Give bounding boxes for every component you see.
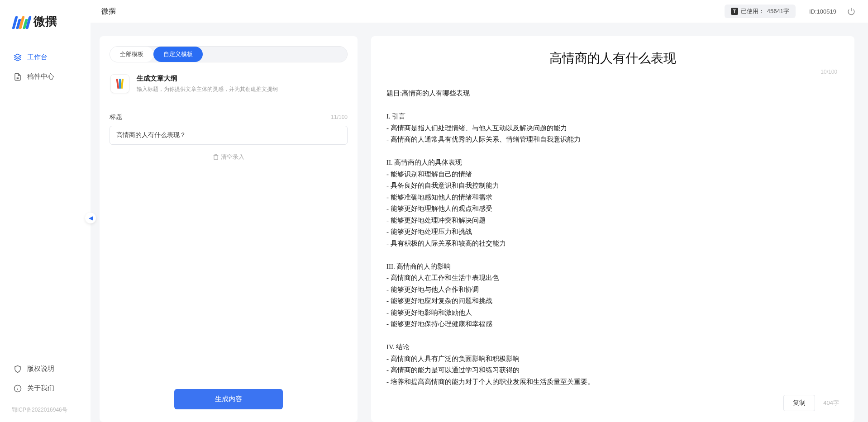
template-card: 生成文章大纲 输入标题，为你提供文章主体的灵感，并为其创建推文提纲 <box>110 71 348 101</box>
document-icon <box>14 73 22 81</box>
nav-item-about[interactable]: 关于我们 <box>5 379 86 398</box>
usage-value: 45641字 <box>767 7 789 15</box>
article-title: 高情商的人有什么表现 <box>386 50 839 67</box>
template-tabs: 全部模板 自定义模板 <box>110 46 348 62</box>
tab-custom-templates[interactable]: 自定义模板 <box>153 47 203 62</box>
nav-item-label: 工作台 <box>27 53 48 62</box>
trash-icon <box>213 154 219 160</box>
title-field-label: 标题 <box>110 113 122 121</box>
tab-all-templates[interactable]: 全部模板 <box>110 47 153 62</box>
nav: 工作台 稿件中心 <box>0 47 91 359</box>
t-icon: T <box>731 8 738 15</box>
sidebar: 微撰 工作台 稿件中心 版权说明 <box>0 0 91 422</box>
article-body[interactable]: 题目:高情商的人有哪些表现 I. 引言 - 高情商是指人们处理情绪、与他人互动以… <box>386 88 839 388</box>
nav-item-label: 关于我们 <box>27 384 54 393</box>
page-title: 微撰 <box>101 7 116 16</box>
output-footer: 复制 404字 <box>386 388 839 411</box>
logo: 微撰 <box>0 14 91 47</box>
template-desc: 输入标题，为你提供文章主体的灵感，并为其创建推文提纲 <box>137 85 278 93</box>
clear-label: 清空录入 <box>221 153 244 161</box>
nav-item-copyright[interactable]: 版权说明 <box>5 359 86 379</box>
word-count: 404字 <box>823 399 839 407</box>
title-input[interactable] <box>110 126 348 145</box>
nav-item-workbench[interactable]: 工作台 <box>5 47 86 67</box>
nav-item-drafts[interactable]: 稿件中心 <box>5 67 86 86</box>
icp-text: 鄂ICP备2022016946号 <box>0 403 91 417</box>
clear-input-button[interactable]: 清空录入 <box>110 153 348 161</box>
sidebar-collapse-button[interactable]: ◀ <box>85 213 96 223</box>
input-panel: 全部模板 自定义模板 生成文章大纲 输入标题，为你提供文章主体的灵感，并为其 <box>100 36 358 422</box>
generate-label: 生成内容 <box>215 395 242 403</box>
usage-prefix: 已使用： <box>741 7 764 15</box>
cube-icon <box>14 53 22 62</box>
output-panel: 高情商的人有什么表现 10/100 题目:高情商的人有哪些表现 I. 引言 - … <box>371 36 854 422</box>
nav-item-label: 稿件中心 <box>27 72 54 81</box>
usage-badge[interactable]: T 已使用： 45641字 <box>725 5 796 18</box>
books-icon <box>110 74 129 93</box>
tab-label: 自定义模板 <box>163 51 193 57</box>
tab-label: 全部模板 <box>120 51 143 57</box>
main: 微撰 T 已使用： 45641字 ID:100519 全部模板 自定义 <box>91 0 868 422</box>
copy-button[interactable]: 复制 <box>783 395 815 411</box>
topbar: 微撰 T 已使用： 45641字 ID:100519 <box>91 0 868 23</box>
copy-label: 复制 <box>793 399 806 406</box>
title-field-counter: 11/100 <box>331 114 348 120</box>
shield-icon <box>14 365 22 373</box>
power-icon[interactable] <box>847 7 855 15</box>
nav-item-label: 版权说明 <box>27 365 54 373</box>
generate-button[interactable]: 生成内容 <box>174 389 283 409</box>
logo-text: 微撰 <box>33 14 57 29</box>
content: 全部模板 自定义模板 生成文章大纲 输入标题，为你提供文章主体的灵感，并为其 <box>91 23 868 422</box>
user-id: ID:100519 <box>809 8 836 15</box>
info-icon <box>14 384 22 393</box>
logo-mark-icon <box>14 14 30 29</box>
template-name: 生成文章大纲 <box>137 74 278 83</box>
bottom-nav: 版权说明 关于我们 <box>0 359 91 403</box>
article-title-counter: 10/100 <box>386 69 839 75</box>
chevron-left-icon: ◀ <box>89 215 93 221</box>
